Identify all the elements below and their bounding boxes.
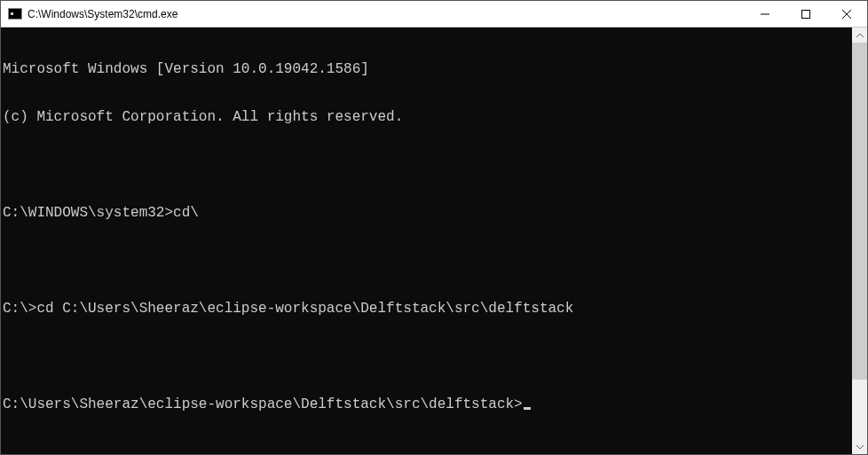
version-text: Microsoft Windows [Version 10.0.19042.15… bbox=[3, 61, 369, 77]
terminal-line: C:\WINDOWS\system32>cd\ bbox=[3, 205, 852, 221]
prompt: C:\WINDOWS\system32> bbox=[3, 205, 173, 221]
scroll-up-button[interactable] bbox=[852, 27, 867, 43]
cmd-window: C:\Windows\System32\cmd.exe Micr bbox=[0, 0, 868, 455]
cursor bbox=[524, 407, 531, 410]
terminal-blank-line bbox=[3, 157, 852, 173]
minimize-icon bbox=[761, 10, 769, 19]
minimize-button[interactable] bbox=[745, 1, 785, 27]
chevron-down-icon bbox=[856, 445, 864, 449]
prompt: C:\Users\Sheeraz\eclipse-workspace\Delft… bbox=[3, 396, 523, 412]
window-title: C:\Windows\System32\cmd.exe bbox=[28, 8, 745, 20]
chevron-up-icon bbox=[856, 34, 864, 37]
terminal-line: C:\>cd C:\Users\Sheeraz\eclipse-workspac… bbox=[3, 301, 852, 317]
terminal-blank-line bbox=[3, 349, 852, 365]
terminal-line: C:\Users\Sheeraz\eclipse-workspace\Delft… bbox=[3, 396, 852, 412]
close-icon bbox=[842, 10, 851, 19]
client-area: Microsoft Windows [Version 10.0.19042.15… bbox=[1, 27, 867, 454]
maximize-button[interactable] bbox=[785, 1, 826, 27]
terminal-blank-line bbox=[3, 253, 852, 269]
window-controls bbox=[745, 1, 867, 27]
scroll-track[interactable] bbox=[852, 43, 867, 439]
svg-rect-1 bbox=[802, 10, 810, 18]
terminal-line: (c) Microsoft Corporation. All rights re… bbox=[3, 109, 852, 125]
vertical-scrollbar[interactable] bbox=[852, 27, 867, 454]
maximize-icon bbox=[801, 10, 810, 19]
copyright-text: (c) Microsoft Corporation. All rights re… bbox=[3, 109, 403, 125]
terminal-line: Microsoft Windows [Version 10.0.19042.15… bbox=[3, 61, 852, 77]
command: cd C:\Users\Sheeraz\eclipse-workspace\De… bbox=[36, 301, 573, 317]
scroll-thumb[interactable] bbox=[852, 43, 867, 380]
close-button[interactable] bbox=[826, 1, 867, 27]
scroll-down-button[interactable] bbox=[852, 439, 867, 454]
command: cd\ bbox=[173, 205, 199, 221]
titlebar[interactable]: C:\Windows\System32\cmd.exe bbox=[1, 1, 867, 27]
cmd-icon bbox=[8, 8, 22, 20]
prompt: C:\> bbox=[3, 301, 36, 317]
terminal-output[interactable]: Microsoft Windows [Version 10.0.19042.15… bbox=[1, 27, 852, 454]
